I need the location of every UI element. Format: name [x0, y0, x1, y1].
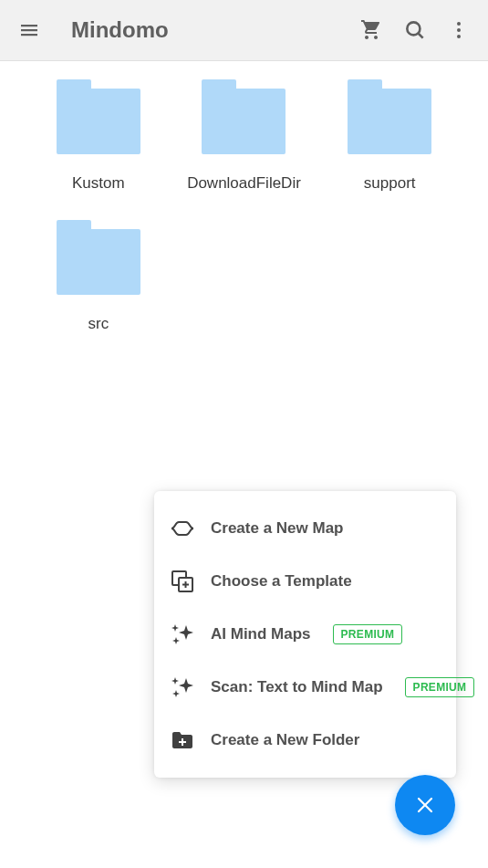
svg-point-7	[457, 35, 461, 38]
folder-item[interactable]: Kustom	[26, 89, 171, 193]
more-vert-icon	[448, 19, 470, 41]
sparkle-icon	[169, 621, 196, 648]
new-map-icon	[169, 515, 196, 542]
folder-icon	[57, 229, 140, 295]
app-title: Mindomo	[71, 17, 353, 43]
hamburger-icon	[18, 19, 40, 41]
folder-label: Kustom	[72, 174, 125, 193]
folder-icon	[57, 89, 140, 154]
svg-point-5	[457, 22, 461, 26]
popup-item-new-folder[interactable]: Create a New Folder	[154, 714, 456, 767]
popup-item-label: Choose a Template	[211, 572, 352, 591]
folder-grid: Kustom DownloadFileDir support src	[0, 61, 488, 361]
search-icon	[403, 18, 427, 42]
svg-point-6	[457, 28, 461, 32]
svg-rect-13	[179, 741, 186, 743]
svg-line-4	[418, 33, 422, 37]
top-bar: Mindomo	[0, 0, 488, 61]
fab-close-button[interactable]	[395, 775, 455, 835]
shopping-cart-icon	[360, 19, 382, 41]
svg-rect-2	[21, 34, 37, 36]
popup-item-scan-text[interactable]: Scan: Text to Mind Map PREMIUM	[154, 661, 456, 714]
folder-label: src	[88, 315, 109, 333]
folder-plus-icon	[169, 727, 196, 754]
template-icon	[169, 568, 196, 595]
premium-badge: PREMIUM	[405, 677, 475, 697]
create-popup-menu: Create a New Map Choose a Template AI Mi…	[154, 491, 456, 778]
svg-rect-0	[21, 25, 37, 26]
folder-item[interactable]: support	[317, 89, 462, 193]
popup-item-new-map[interactable]: Create a New Map	[154, 502, 456, 555]
popup-item-ai-mind-maps[interactable]: AI Mind Maps PREMIUM	[154, 608, 456, 661]
folder-icon	[202, 89, 286, 154]
folder-label: DownloadFileDir	[187, 174, 301, 193]
popup-item-label: Scan: Text to Mind Map	[211, 678, 383, 696]
folder-icon	[348, 89, 431, 154]
svg-point-3	[407, 22, 420, 35]
popup-item-label: Create a New Map	[211, 519, 344, 538]
sparkle-icon	[169, 674, 196, 701]
search-button[interactable]	[397, 12, 433, 48]
folder-label: support	[364, 174, 416, 193]
popup-item-template[interactable]: Choose a Template	[154, 555, 456, 608]
premium-badge: PREMIUM	[333, 624, 403, 644]
folder-item[interactable]: src	[26, 229, 171, 333]
folder-item[interactable]: DownloadFileDir	[171, 89, 317, 193]
close-icon	[415, 795, 435, 815]
more-button[interactable]	[441, 12, 477, 48]
popup-item-label: Create a New Folder	[211, 731, 359, 749]
svg-rect-1	[21, 29, 37, 31]
topbar-actions	[353, 12, 477, 48]
popup-item-label: AI Mind Maps	[211, 625, 311, 643]
menu-button[interactable]	[11, 12, 47, 48]
cart-button[interactable]	[353, 12, 389, 48]
